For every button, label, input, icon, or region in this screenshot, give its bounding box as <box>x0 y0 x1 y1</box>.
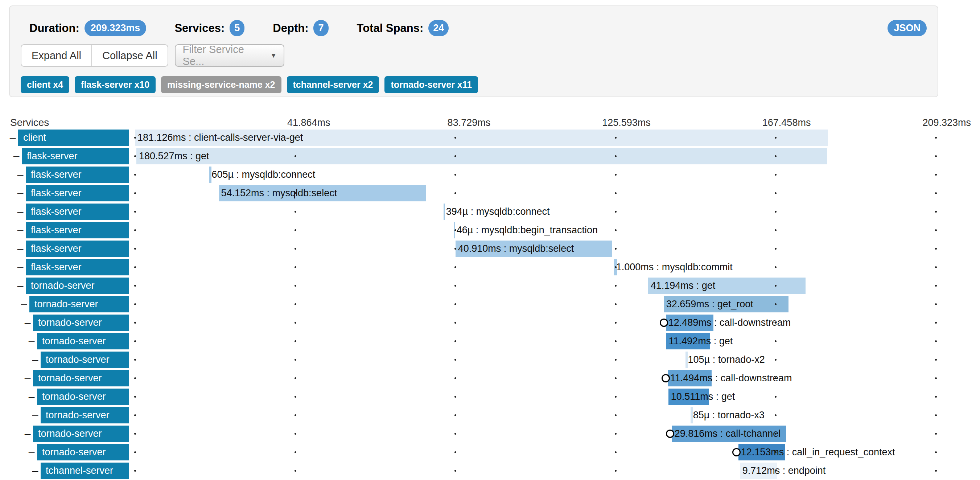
collapse-toggle[interactable]: – <box>24 426 32 442</box>
tick-dot <box>134 414 136 416</box>
tick-dot <box>935 266 937 268</box>
span-row[interactable]: –tornado-server11.492ms : get <box>0 333 980 349</box>
span-row[interactable]: –flask-server394µ : mysqldb:connect <box>0 204 980 220</box>
tick-dot <box>134 211 136 213</box>
tick-dot <box>935 192 937 194</box>
tick-dot <box>615 433 617 435</box>
tick-dot <box>294 285 296 287</box>
span-row[interactable]: –flask-server40.910ms : mysqldb:select <box>0 241 980 257</box>
collapse-toggle[interactable]: – <box>9 129 17 146</box>
span-label: 29.816ms : call-tchannel <box>675 426 781 442</box>
collapse-toggle[interactable]: – <box>27 444 35 461</box>
span-row[interactable]: –tornado-server41.194ms : get <box>0 277 980 294</box>
service-name-label: flask-server <box>26 185 129 201</box>
tick-dot <box>294 359 296 360</box>
span-row[interactable]: –tornado-server12.489ms : call-downstrea… <box>0 314 980 331</box>
tick-dot <box>294 470 296 472</box>
tick-dot <box>294 229 296 231</box>
tick-dot <box>455 303 456 305</box>
span-row[interactable]: –tornado-server12.153ms : call_in_reques… <box>0 444 980 461</box>
collapse-toggle[interactable]: – <box>16 222 24 238</box>
annotation-marker-icon <box>666 430 674 438</box>
span-label: 11.492ms : get <box>669 333 733 349</box>
tick-dot <box>935 137 937 139</box>
span-label: 394µ : mysqldb:connect <box>446 204 550 220</box>
tick-dot <box>775 192 776 194</box>
tick-dot <box>615 137 617 139</box>
collapse-toggle[interactable]: – <box>20 296 28 313</box>
tick-dot <box>134 137 136 139</box>
collapse-toggle[interactable]: – <box>31 462 39 479</box>
tick-dot <box>134 340 136 342</box>
span-label: 180.527ms : get <box>139 148 209 164</box>
span-label: 105µ : tornado-x2 <box>688 352 765 368</box>
tick-dot <box>935 470 937 472</box>
tick-dot <box>294 414 296 416</box>
tick-dot <box>615 155 617 157</box>
span-row[interactable]: –flask-server180.527ms : get <box>0 148 980 164</box>
collapse-toggle[interactable]: – <box>31 352 39 368</box>
tick-dot <box>134 451 136 453</box>
service-name-label: flask-server <box>26 166 129 183</box>
span-row[interactable]: –tornado-server29.816ms : call-tchannel <box>0 426 980 442</box>
tick-dot <box>134 229 136 231</box>
tick-dot <box>134 322 136 324</box>
service-name-label: tornado-server <box>33 370 129 386</box>
collapse-toggle[interactable]: – <box>27 389 35 405</box>
tick-dot <box>935 433 937 435</box>
tick-dot <box>935 414 937 416</box>
tick-dot <box>134 303 136 305</box>
span-row[interactable]: –flask-server46µ : mysqldb:begin_transac… <box>0 222 980 238</box>
tick-dot <box>935 377 937 379</box>
collapse-toggle[interactable]: – <box>24 370 32 386</box>
tick-dot <box>775 174 776 175</box>
collapse-toggle[interactable]: – <box>16 241 24 257</box>
span-duration-bar <box>690 407 693 423</box>
span-label: 32.659ms : get_root <box>666 296 753 313</box>
span-duration-bar <box>444 204 445 220</box>
tick-dot <box>455 451 456 453</box>
collapse-toggle[interactable]: – <box>16 185 24 201</box>
service-name-label: tornado-server <box>33 314 129 331</box>
tick-dot <box>775 414 776 416</box>
tick-dot <box>935 322 937 324</box>
collapse-toggle[interactable]: – <box>16 277 24 294</box>
span-row[interactable]: –tornado-server11.494ms : call-downstrea… <box>0 370 980 386</box>
span-row[interactable]: –tornado-server10.511ms : get <box>0 389 980 405</box>
collapse-toggle[interactable]: – <box>24 314 32 331</box>
tick-dot <box>775 211 776 213</box>
tick-dot <box>935 229 937 231</box>
span-row[interactable]: –flask-server605µ : mysqldb:connect <box>0 166 980 183</box>
span-row[interactable]: –flask-server1.000ms : mysqldb:commit <box>0 259 980 275</box>
span-row[interactable]: –tornado-server32.659ms : get_root <box>0 296 980 313</box>
trace-page: Duration: 209.323ms Services: 5 Depth: 7… <box>0 0 980 480</box>
collapse-toggle[interactable]: – <box>16 204 24 220</box>
span-row[interactable]: –tornado-server85µ : tornado-x3 <box>0 407 980 423</box>
tick-dot <box>615 451 617 453</box>
tick-dot <box>935 248 937 250</box>
tick-dot <box>455 470 456 472</box>
tick-dot <box>134 377 136 379</box>
tick-dot <box>935 303 937 305</box>
collapse-toggle[interactable]: – <box>12 148 20 164</box>
span-label: 54.152ms : mysqldb:select <box>221 185 337 201</box>
collapse-toggle[interactable]: – <box>16 166 24 183</box>
collapse-toggle[interactable]: – <box>27 333 35 349</box>
tick-dot <box>294 248 296 250</box>
collapse-toggle[interactable]: – <box>31 407 39 423</box>
collapse-toggle[interactable]: – <box>16 259 24 275</box>
tick-dot <box>935 174 937 175</box>
annotation-marker-icon <box>660 319 668 327</box>
service-name-label: client <box>18 129 129 146</box>
tick-dot <box>775 396 776 398</box>
span-row[interactable]: –flask-server54.152ms : mysqldb:select <box>0 185 980 201</box>
tick-dot <box>775 248 776 250</box>
span-row[interactable]: –tchannel-server9.712ms : endpoint <box>0 462 980 479</box>
service-name-label: tornado-server <box>37 444 129 461</box>
tick-dot <box>775 266 776 268</box>
span-label: 181.126ms : client-calls-server-via-get <box>137 129 303 146</box>
span-label: 1.000ms : mysqldb:commit <box>616 259 733 275</box>
span-row[interactable]: –tornado-server105µ : tornado-x2 <box>0 352 980 368</box>
tick-dot <box>134 359 136 360</box>
span-row[interactable]: –client181.126ms : client-calls-server-v… <box>0 129 980 146</box>
